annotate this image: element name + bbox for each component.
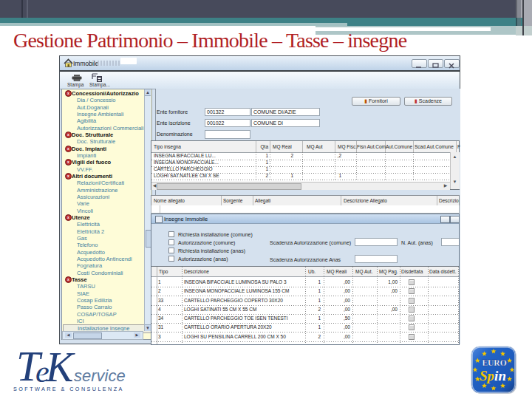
svg-text:Spin: Spin <box>480 368 506 383</box>
svg-text:EURO: EURO <box>482 358 506 367</box>
